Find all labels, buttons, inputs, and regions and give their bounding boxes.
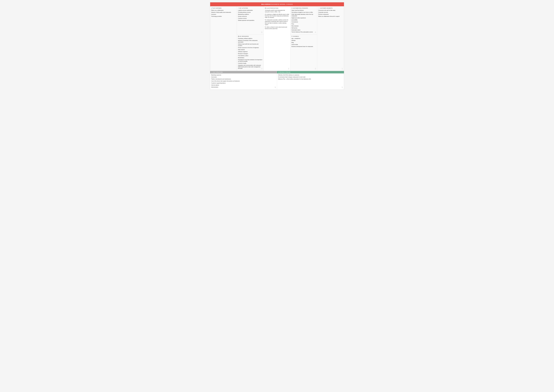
list-item: Maintaining a platform [238,14,263,15]
list-item: Global expansion and operations [238,20,263,21]
canvas-title-rest: BUSINESS MODEL CANVAS [271,3,293,5]
scissors-icon: ✂ [211,72,212,73]
customer-relationships-cell: ♥ CUSTOMER RELATIONSHIPS Hyper local foo… [290,6,317,35]
list-item: Food delivery culture [238,55,263,56]
list-item: Integration and communication with resta… [238,65,263,69]
list-item: Blog [291,42,316,43]
cost-structure-cell: ✂ COST STRUCTURE Marketing expenses Auto… [210,71,277,90]
list-item: Marketing expenses [211,74,276,76]
list-item: Website [291,40,316,41]
bottom-grid: ✂ COST STRUCTURE Marketing expenses Auto… [210,71,344,90]
brand-name: DELIVEROO [261,3,271,5]
list-item: For customers a digital and effective wa… [265,14,289,18]
key-resources-label: KEY RESOURCES [239,36,249,37]
list-item: Delivery team with their own bicycles an… [238,43,263,47]
list-item: Network of high quality local restaurant… [211,12,236,13]
customer-relationships-header: ♥ CUSTOMER RELATIONSHIPS [291,7,316,9]
list-item: Software engineers [238,51,263,53]
channels-icon: ✈ [291,36,292,37]
value-propositions-header: ⊞ VALUE PROPOSITIONS [265,7,289,9]
key-activities-number: 6 [261,31,263,34]
list-item: Corporate accounts [318,12,343,13]
key-resources-number: 7 [261,68,263,70]
list-item: Customer loyalty [238,63,263,64]
key-partners-cell: 🔗 KEY PARTNERS Riders as a collaborators… [210,6,237,71]
list-item: Research managers [238,53,263,55]
key-partners-header: 🔗 KEY PARTNERS [211,7,236,9]
list-item: Business development team for restaurant… [291,46,316,47]
list-item: For restaurants it provides a delivery s… [265,19,289,26]
list-item: Human resources in the form of engineers [238,47,263,49]
value-propositions-cell: ⊞ VALUE PROPOSITIONS To bring the world'… [264,6,291,71]
key-activities-cell: ✓ KEY ACTIVITIES Logistics process optim… [237,6,264,35]
revenue-streams-header: ★ REVENUE STREAMS [277,71,344,73]
customer-segments-header: ↑↑ CUSTOMER SEGMENTS [318,7,343,9]
revenue-streams-list: A flat fee of £2.50 for delivery to cust… [278,74,343,80]
value-propositions-label: VALUE PROPOSITIONS [266,7,278,9]
channels-label: CHANNELS [293,36,299,37]
list-item: Deliveroo Plus - a flat monthly subscrip… [278,78,343,80]
cost-structure-number: 9 [275,86,276,89]
list-item: A commission that it charges restaurants… [278,76,343,78]
customer-relationships-list: Hyper local food delivery Fast delivery … [291,10,316,33]
key-activities-header: ✓ KEY ACTIVITIES [238,7,263,9]
star-icon: ★ [278,72,279,73]
list-item: Administration [211,86,276,88]
list-item: App - smartphone [291,38,316,39]
canvas-title: DELIVEROO BUSINESS MODEL CANVAS [210,2,344,6]
segments-icon: ↑↑ [318,7,319,9]
list-item: Data analysts [238,49,263,50]
customer-segments-number: 1 [342,68,343,70]
list-item: Riders as collaborators that ask for sup… [318,16,343,17]
list-item: Fast delivery straight to your home or o… [291,12,316,13]
channels-header: ✈ CHANNELS [291,36,316,37]
list-item: Human resources [238,16,263,17]
value-propositions-list: To bring the world's local restaurants i… [265,10,289,29]
list-item: Hyper local food delivery [291,10,316,11]
list-item: Network of hundreds of fine restaurants … [238,40,263,43]
list-item: Cost of the drivers that register themse… [211,80,276,82]
list-item: Technology providers [211,16,236,17]
list-item: Price [291,23,316,25]
list-item: Platform development and maintenance [211,78,276,80]
key-activities-list: Logistics process optimization Providing… [238,10,263,21]
customer-segments-list: Consumers who ask for take-away Corporat… [318,10,343,17]
heart-icon: ♥ [291,7,292,9]
list-item: Convenience [291,21,316,23]
key-resources-cell: ⊞ KEY RESOURCES Proprietary software pla… [237,35,264,71]
list-item: Automated nature [291,29,316,31]
cost-structure-label: COST STRUCTURE [213,72,223,73]
main-grid: 🔗 KEY PARTNERS Riders as a collaborators… [210,6,344,71]
cost-structure-header: ✂ COST STRUCTURE [210,71,277,73]
list-item: A flat fee of £2.50 for delivery to cust… [278,74,343,76]
checkmark-icon: ✓ [238,7,239,9]
list-item: Risk reduction [291,25,316,27]
list-item: Order high-quality takeaway online from … [291,14,316,17]
list-item: Customer service [238,18,263,19]
revenue-streams-cell: ★ REVENUE STREAMS A flat fee of £2.50 fo… [277,71,344,90]
customer-relationships-label: CUSTOMER RELATIONSHIPS [293,7,308,9]
link-icon: 🔗 [211,7,213,9]
key-resources-header: ⊞ KEY RESOURCES [238,36,263,37]
list-item: Packaging for food that maintains its te… [238,59,263,62]
value-propositions-number: 2 [288,68,289,70]
key-resources-list: Proprietary software platform Network of… [238,38,263,69]
list-item: Providing delivery service [238,12,263,13]
cost-structure-list: Marketing expenses Automation Platform d… [211,74,276,88]
list-item: Automation [211,76,276,78]
list-item: accessibility [291,19,316,21]
key-partners-label: KEY PARTNERS [213,7,222,9]
customer-segments-label: CUSTOMER SEGMENTS [320,7,332,9]
customer-segments-cell: ↑↑ CUSTOMER SEGMENTS Consumers who ask f… [317,6,344,71]
list-item: Insurance [211,14,236,15]
business-model-canvas: DELIVEROO BUSINESS MODEL CANVAS 🔗 KEY PA… [210,2,344,90]
list-item: Brand/status [238,57,263,59]
list-item: Self-service [291,27,316,29]
list-item: Logistics process optimization [238,10,263,11]
revenue-streams-number: 5 [342,86,343,89]
resources-icon: ⊞ [238,36,239,37]
channels-list: App - smartphone Website Blog Social med… [291,38,316,47]
list-item: Proprietary software platform [238,38,263,39]
key-activities-label: KEY ACTIVITIES [239,7,248,9]
list-item: Trial for Deliveroo Plus subscription se… [291,31,316,33]
